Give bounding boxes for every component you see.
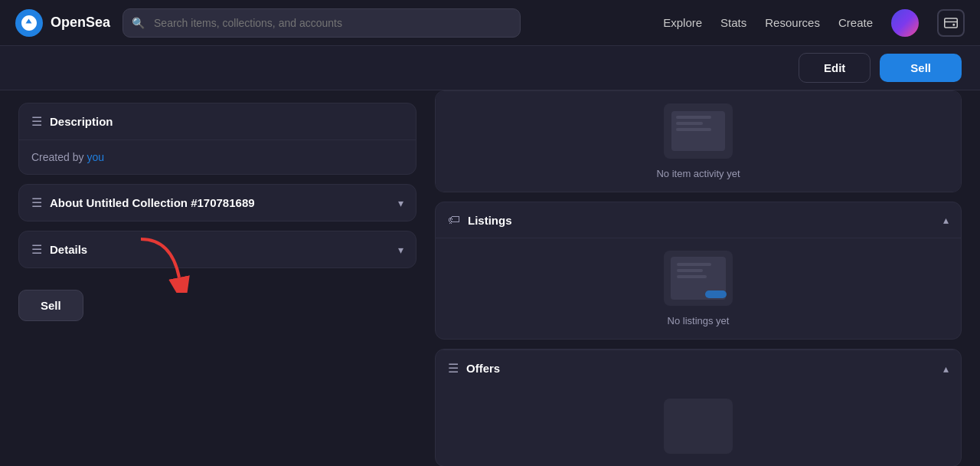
description-header[interactable]: ☰ Description	[19, 103, 416, 139]
user-avatar[interactable]	[891, 9, 919, 37]
navbar: OpenSea 🔍 Explore Stats Resources Create	[0, 0, 980, 46]
description-title: Description	[50, 115, 403, 128]
created-by-link[interactable]: you	[87, 151, 104, 163]
offers-chevron-icon: ▴	[943, 363, 949, 375]
details-icon: ☰	[31, 242, 42, 257]
listings-placeholder: No listings yet	[436, 238, 961, 339]
listings-line-3	[677, 275, 707, 278]
created-prefix: Created by	[31, 151, 87, 163]
activity-line-1	[676, 116, 711, 119]
activity-line-3	[676, 128, 711, 131]
details-title: Details	[50, 243, 390, 256]
listings-lines	[677, 263, 720, 278]
activity-placeholder-image	[664, 103, 733, 159]
sell-header-button[interactable]: Sell	[880, 54, 962, 82]
listings-empty-text: No listings yet	[668, 315, 730, 327]
logo-area: OpenSea	[15, 9, 110, 37]
activity-empty-text: No item activity yet	[656, 168, 740, 179]
description-body: Created by you	[19, 139, 416, 174]
sub-header: Edit Sell	[0, 46, 980, 90]
search-input[interactable]	[122, 8, 521, 38]
svg-point-1	[953, 24, 955, 25]
description-icon: ☰	[31, 114, 42, 129]
description-card: ☰ Description Created by you	[18, 103, 416, 175]
left-panel: ☰ Description Created by you ☰ About Unt…	[0, 90, 435, 466]
activity-line-2	[676, 122, 703, 125]
sell-main-button[interactable]: Sell	[18, 290, 83, 321]
listings-section: 🏷 Listings ▴	[435, 202, 962, 340]
search-bar: 🔍	[122, 8, 521, 38]
nav-create[interactable]: Create	[838, 16, 873, 29]
nav-links: Explore Stats Resources Create	[663, 9, 965, 37]
activity-section: No item activity yet	[435, 90, 962, 192]
listings-body: No listings yet	[436, 238, 961, 339]
details-chevron-icon: ▾	[398, 244, 403, 256]
offers-title: Offers	[466, 362, 936, 375]
offers-section: ☰ Offers ▴	[435, 349, 962, 466]
wallet-icon[interactable]	[937, 9, 965, 37]
nav-resources[interactable]: Resources	[765, 16, 820, 29]
activity-image-inner	[671, 111, 725, 151]
offers-icon: ☰	[448, 361, 459, 376]
listings-header[interactable]: 🏷 Listings ▴	[436, 202, 961, 238]
offers-header[interactable]: ☰ Offers ▴	[436, 350, 961, 386]
description-text: Created by you	[31, 151, 403, 163]
listings-placeholder-image	[664, 251, 733, 306]
opensea-logo-icon[interactable]	[15, 9, 43, 37]
edit-button[interactable]: Edit	[799, 53, 871, 83]
listings-icon: 🏷	[448, 213, 460, 227]
sell-button-area: Sell	[18, 277, 416, 327]
listings-title: Listings	[468, 214, 936, 227]
about-chevron-icon: ▾	[398, 197, 403, 209]
details-card: ☰ Details ▾	[18, 231, 416, 268]
offers-placeholder-image	[664, 399, 733, 454]
right-panel: No item activity yet 🏷 Listings ▴	[435, 90, 980, 466]
about-card: ☰ About Untitled Collection #170781689 ▾	[18, 184, 416, 222]
activity-placeholder: No item activity yet	[436, 91, 961, 192]
search-icon: 🔍	[132, 17, 145, 29]
about-icon: ☰	[31, 195, 42, 210]
nav-explore[interactable]: Explore	[663, 16, 702, 29]
nav-stats[interactable]: Stats	[720, 16, 746, 29]
about-header[interactable]: ☰ About Untitled Collection #170781689 ▾	[19, 185, 416, 221]
toggle-bar-icon	[705, 290, 727, 298]
details-header[interactable]: ☰ Details ▾	[19, 231, 416, 267]
offers-placeholder	[436, 386, 961, 466]
main-content: ☰ Description Created by you ☰ About Unt…	[0, 90, 980, 466]
listings-line-1	[677, 263, 711, 266]
listings-line-2	[677, 269, 703, 272]
svg-rect-0	[945, 18, 958, 28]
listings-chevron-icon: ▴	[943, 214, 949, 226]
about-title: About Untitled Collection #170781689	[50, 196, 390, 209]
logo-text: OpenSea	[51, 15, 110, 31]
